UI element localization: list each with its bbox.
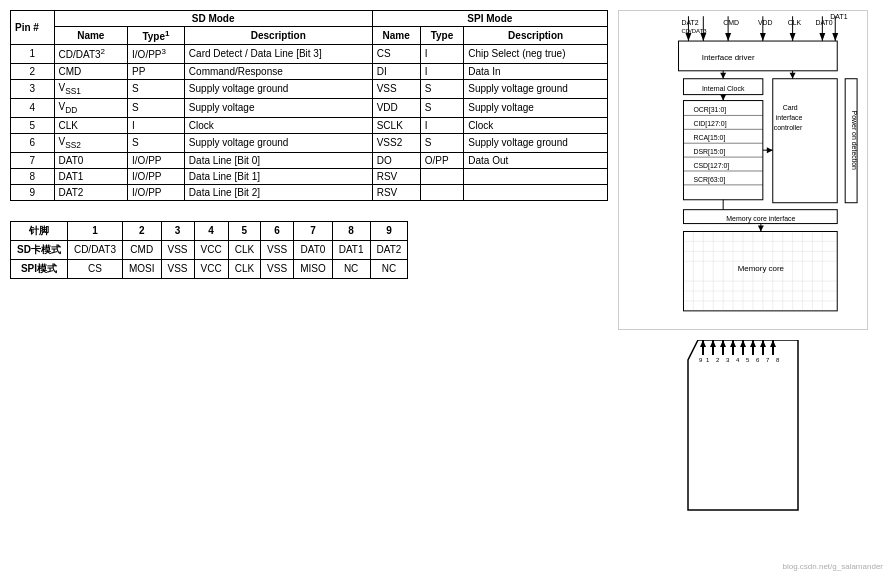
pin-cell-8: 8 (11, 168, 55, 184)
bottom-header-7: 7 (294, 221, 333, 240)
spi-name-cell-3: VSS (372, 79, 420, 98)
spi-name-cell-6: VSS2 (372, 133, 420, 152)
watermark: blog.csdn.net/g_salamander (782, 562, 883, 571)
sd-name-cell-2: CMD (54, 63, 127, 79)
card-interface-label1: Card (783, 104, 798, 111)
pin-num-7: 6 (756, 357, 760, 363)
sd-desc-cell-4: Supply voltage (184, 98, 372, 117)
bottom-row-label-1: SPI模式 (11, 259, 68, 278)
spi-name-cell-8: RSV (372, 168, 420, 184)
sd-name-cell-6: VSS2 (54, 133, 127, 152)
sd-card-svg: 9 1 2 3 4 5 6 7 8 (678, 340, 818, 520)
cid-label: CID[127:0] (693, 120, 726, 128)
sd-type-cell-3: S (128, 79, 185, 98)
dsr-label: DSR[15:0] (693, 148, 725, 156)
pin-header: Pin # (11, 11, 55, 45)
pin-cell-7: 7 (11, 152, 55, 168)
bottom-table: 针脚123456789 SD卡模式CD/DAT3CMDVSSVCCCLKVSSD… (10, 221, 408, 279)
pin-num-9: 8 (776, 357, 780, 363)
block-diagram: Interface driver DAT2 CD/DAT3 CMD VDD (618, 10, 868, 330)
spi-type-cell-7: O/PP (420, 152, 464, 168)
bottom-cell-1-5: VSS (261, 259, 294, 278)
spi-name-header: Name (372, 27, 420, 45)
ocr-label: OCR[31:0] (693, 106, 726, 114)
bottom-header-5: 5 (228, 221, 260, 240)
memory-core-interface-label: Memory core interface (726, 215, 795, 223)
bottom-cell-1-1: MOSI (122, 259, 161, 278)
spi-type-cell-8 (420, 168, 464, 184)
bottom-cell-0-8: DAT2 (370, 240, 408, 259)
spi-type-cell-3: S (420, 79, 464, 98)
spi-desc-cell-8 (464, 168, 608, 184)
bottom-header-2: 2 (122, 221, 161, 240)
sd-name-cell-8: DAT1 (54, 168, 127, 184)
sd-type-cell-7: I/O/PP (128, 152, 185, 168)
sd-name-header: Name (54, 27, 127, 45)
dat1-top-label: DAT1 (830, 13, 847, 20)
sd-name-cell-7: DAT0 (54, 152, 127, 168)
left-section: Pin # SD Mode SPI Mode Name Type1 Descri… (10, 10, 608, 520)
pin-num-4: 3 (726, 357, 730, 363)
spi-type-cell-4: S (420, 98, 464, 117)
sd-desc-cell-3: Supply voltage ground (184, 79, 372, 98)
pin-cell-1: 1 (11, 45, 55, 63)
memory-core-label: Memory core (738, 264, 785, 273)
spimode-header: SPI Mode (372, 11, 607, 27)
svg-marker-6 (725, 33, 731, 41)
sd-name-cell-3: VSS1 (54, 79, 127, 98)
sd-type-header: Type1 (128, 27, 185, 45)
spi-desc-cell-4: Supply voltage (464, 98, 608, 117)
pin-cell-4: 4 (11, 98, 55, 117)
svg-marker-14 (832, 33, 838, 41)
spi-desc-cell-9 (464, 184, 608, 200)
main-container: Pin # SD Mode SPI Mode Name Type1 Descri… (10, 10, 878, 520)
bottom-header-0: 针脚 (11, 221, 68, 240)
spi-desc-header: Description (464, 27, 608, 45)
cmd-top-label: CMD (723, 19, 739, 26)
spi-name-cell-9: RSV (372, 184, 420, 200)
spi-name-cell-5: SCLK (372, 117, 420, 133)
sd-desc-header: Description (184, 27, 372, 45)
bottom-table-container: 针脚123456789 SD卡模式CD/DAT3CMDVSSVCCCLKVSSD… (10, 221, 608, 279)
pin-num-3: 2 (716, 357, 720, 363)
sd-desc-cell-8: Data Line [Bit 1] (184, 168, 372, 184)
right-section: Interface driver DAT2 CD/DAT3 CMD VDD (618, 10, 878, 520)
pin-num-5: 4 (736, 357, 740, 363)
svg-marker-54 (720, 73, 726, 79)
pin-num-6: 5 (746, 357, 750, 363)
block-diagram-svg: Interface driver DAT2 CD/DAT3 CMD VDD (619, 11, 867, 329)
spi-name-cell-2: DI (372, 63, 420, 79)
svg-marker-12 (819, 33, 825, 41)
sd-type-cell-9: I/O/PP (128, 184, 185, 200)
bottom-cell-0-6: DAT0 (294, 240, 333, 259)
bottom-header-4: 4 (194, 221, 228, 240)
pin-cell-3: 3 (11, 79, 55, 98)
sd-desc-cell-1: Card Detect / Data Line [Bit 3] (184, 45, 372, 63)
dat2-top-label: DAT2 (681, 19, 698, 26)
pin-cell-6: 6 (11, 133, 55, 152)
svg-marker-68 (720, 340, 726, 347)
internal-clock-label: Internal Clock (702, 85, 745, 92)
pin-table: Pin # SD Mode SPI Mode Name Type1 Descri… (10, 10, 608, 201)
card-interface-label2: interface (776, 114, 803, 121)
spi-desc-cell-1: Chip Select (neg true) (464, 45, 608, 63)
svg-rect-23 (773, 79, 837, 203)
sd-desc-cell-7: Data Line [Bit 0] (184, 152, 372, 168)
svg-marker-70 (740, 340, 746, 347)
bottom-cell-0-0: CD/DAT3 (67, 240, 122, 259)
svg-marker-50 (767, 147, 773, 153)
cddat3-top-label: CD/DAT3 (681, 28, 707, 34)
sd-name-cell-1: CD/DAT32 (54, 45, 127, 63)
bottom-header-8: 8 (332, 221, 370, 240)
bottom-cell-1-8: NC (370, 259, 408, 278)
svg-marker-71 (750, 340, 756, 347)
bottom-cell-1-4: CLK (228, 259, 260, 278)
spi-type-cell-5: I (420, 117, 464, 133)
sd-type-cell-6: S (128, 133, 185, 152)
sd-type-cell-2: PP (128, 63, 185, 79)
bottom-cell-1-6: MISO (294, 259, 333, 278)
bottom-cell-0-7: DAT1 (332, 240, 370, 259)
spi-type-cell-6: S (420, 133, 464, 152)
svg-marker-27 (758, 226, 764, 232)
sd-type-cell-1: I/O/PP3 (128, 45, 185, 63)
